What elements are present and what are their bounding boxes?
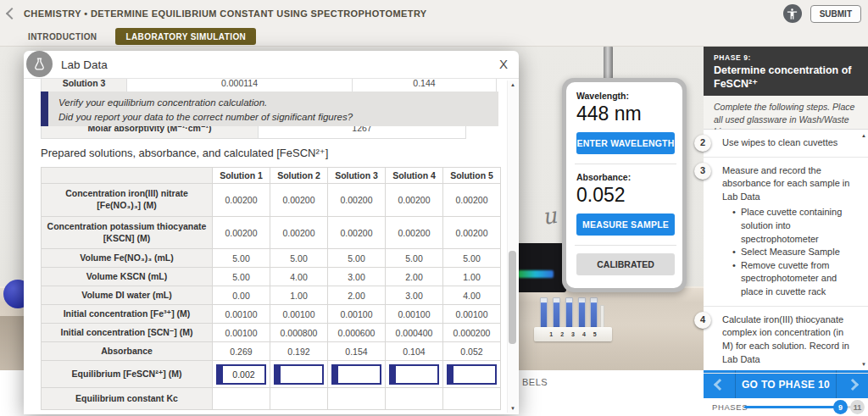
cuvette-4[interactable] [578, 297, 586, 330]
value-cell [213, 388, 270, 410]
corner-cell [42, 168, 213, 184]
phase-instructions: Complete the following steps. Place all … [704, 96, 868, 130]
row-label-cell: Initial concentration [Fe³⁺] (M) [42, 305, 213, 324]
value-cell [443, 388, 501, 410]
current-phase-knob[interactable]: 9 [833, 400, 848, 414]
value-cell: 4.00 [270, 268, 328, 286]
chevron-right-icon [846, 378, 858, 390]
back-chevron-icon [6, 8, 18, 19]
value-cell: 4.00 [443, 286, 501, 305]
scroll-down-icon[interactable]: ▼ [510, 406, 515, 411]
input-value [453, 366, 495, 383]
phases-slider[interactable]: 9 11 [744, 398, 865, 416]
cuvette-3[interactable] [565, 297, 573, 330]
value-cell: 2.00 [328, 286, 386, 305]
value-cell: 0.269 [213, 342, 270, 361]
back-button[interactable] [0, 0, 24, 27]
accessibility-icon[interactable] [783, 4, 802, 23]
value-cell: 0.00200 [386, 217, 443, 249]
value-cell [328, 388, 386, 410]
submit-button[interactable]: SUBMIT [810, 5, 861, 23]
hint-tooltip: Verify your equilibrium concentration ca… [41, 92, 498, 126]
equilibrium-input[interactable] [447, 364, 497, 385]
row-label-cell: Concentration potassium thiocyanate [KSC… [42, 217, 213, 249]
table-row: Initial concentration [SCN⁻] (M)0.001000… [42, 324, 501, 342]
input-value [396, 366, 437, 383]
tooltip-line: Verify your equilibrium concentration ca… [58, 96, 488, 110]
value-cell: 0.00200 [443, 217, 501, 249]
steps-list: 2 Use wipes to clean cuvettes 3 Measure … [704, 130, 868, 370]
cuvette-rack[interactable]: 1 2 3 4 5 [534, 327, 612, 341]
step-bullet: Place cuvette containing solution into s… [732, 206, 856, 246]
go-to-phase-button[interactable]: GO TO PHASE 10 [736, 370, 836, 398]
value-cell: 5.00 [213, 249, 270, 268]
spectrum-glow [518, 270, 554, 278]
row-label-cell: Volume KSCN (mL) [42, 268, 213, 286]
empty-tube [600, 305, 604, 330]
phases-label: PHASES [712, 402, 748, 412]
table-row: Concentration potassium thiocyanate [KSC… [42, 217, 501, 249]
enter-wavelength-button[interactable]: ENTER WAVELENGTH [576, 132, 675, 154]
value-cell: 3.00 [386, 286, 443, 305]
modal-scrollbar-thumb[interactable] [509, 251, 516, 344]
wavelength-value: 448 nm [576, 103, 675, 125]
equilibrium-input[interactable] [389, 364, 439, 385]
value-cell: 0.00200 [386, 184, 443, 217]
input-cell [443, 361, 501, 388]
step-bullet: Select Measure Sample [732, 246, 856, 259]
scroll-down-icon[interactable]: ▼ [861, 362, 866, 367]
wavelength-label: Wavelength: [576, 91, 675, 101]
value-cell: 0.00200 [328, 184, 386, 217]
table-head: Solution 1Solution 2Solution 3Solution 4… [42, 168, 501, 184]
column-header: Solution 1 [213, 168, 270, 184]
value-cell [386, 388, 443, 410]
input-cell [270, 361, 328, 388]
scroll-up-icon[interactable]: ▲ [510, 82, 515, 87]
absorbance-label: Absorbance: [576, 172, 675, 182]
value-cell: 3.00 [328, 268, 386, 286]
value-cell: 0.000400 [386, 324, 443, 342]
value-cell: 0.00200 [213, 184, 270, 217]
scroll-up-icon[interactable]: ▲ [861, 133, 866, 138]
value-cell: 5.00 [443, 249, 501, 268]
table-row: Volume KSCN (mL)5.004.003.002.001.00 [42, 268, 501, 286]
phase-panel: PHASE 9: Determine concentration of FeSC… [704, 47, 868, 416]
cuvette-5[interactable] [590, 297, 598, 330]
rack-number: 5 [593, 331, 597, 337]
step-item-2: 2 Use wipes to clean cuvettes [704, 130, 868, 158]
modal-header: Lab Data X [24, 51, 519, 79]
table-body: Concentration iron(III) nitrate [Fe(NO₃)… [42, 184, 501, 410]
cuvette-2[interactable] [553, 297, 560, 330]
input-cell [386, 361, 443, 388]
table-row: Absorbance0.2690.1920.1540.1040.052 [42, 342, 501, 361]
absorbance-value: 0.052 [576, 184, 675, 207]
rack-number: 3 [571, 331, 575, 337]
row-label-cell: Absorbance [42, 342, 213, 361]
row-label-cell: Volume Fe(NO₃)₃ (mL) [42, 249, 213, 268]
step-bullet: Remove cuvette from spectrophotometer an… [732, 259, 856, 299]
value-cell: 2.00 [386, 268, 443, 286]
equilibrium-input[interactable] [274, 364, 324, 385]
table-row: Initial concentration [Fe³⁺] (M)0.001000… [42, 305, 501, 324]
divider [575, 164, 676, 164]
value-cell: 5.00 [386, 249, 443, 268]
table-row: Volume DI water (mL)0.001.002.003.004.00 [42, 286, 501, 305]
measure-sample-button[interactable]: MEASURE SAMPLE [576, 214, 675, 236]
modal-scrollbar-track[interactable] [507, 80, 518, 413]
calibrated-button[interactable]: CALIBRATED [576, 253, 675, 275]
value-cell: 1.00 [443, 268, 501, 286]
next-phase-button[interactable] [836, 370, 868, 398]
value-cell: 0.000200 [443, 324, 501, 342]
previous-phase-button[interactable] [704, 370, 736, 398]
step-item-4: 4 Calculate iron(III) thiocyanate comple… [704, 307, 868, 374]
cuvette-1[interactable] [540, 297, 548, 330]
value-cell [270, 388, 328, 410]
handwriting-mark: u [541, 202, 559, 230]
close-icon[interactable]: X [499, 57, 508, 71]
tab-introduction[interactable]: INTRODUCTION [28, 32, 97, 42]
equilibrium-input[interactable] [331, 364, 381, 385]
step-text: Use wipes to clean cuvettes [722, 136, 856, 150]
tab-laboratory-simulation[interactable]: LABORATORY SIMULATION [115, 28, 256, 45]
equilibrium-input[interactable]: 0.002 [216, 364, 266, 385]
value-cell: 0.192 [270, 342, 328, 361]
